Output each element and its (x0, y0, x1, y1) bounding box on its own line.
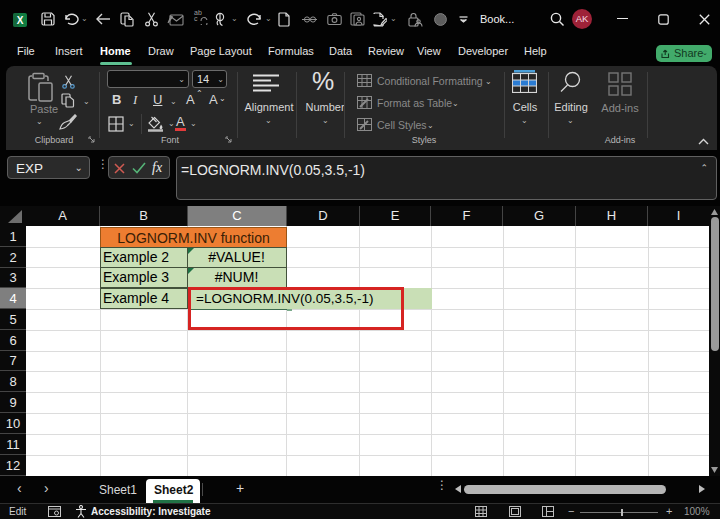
svg-text:X: X (17, 15, 24, 26)
